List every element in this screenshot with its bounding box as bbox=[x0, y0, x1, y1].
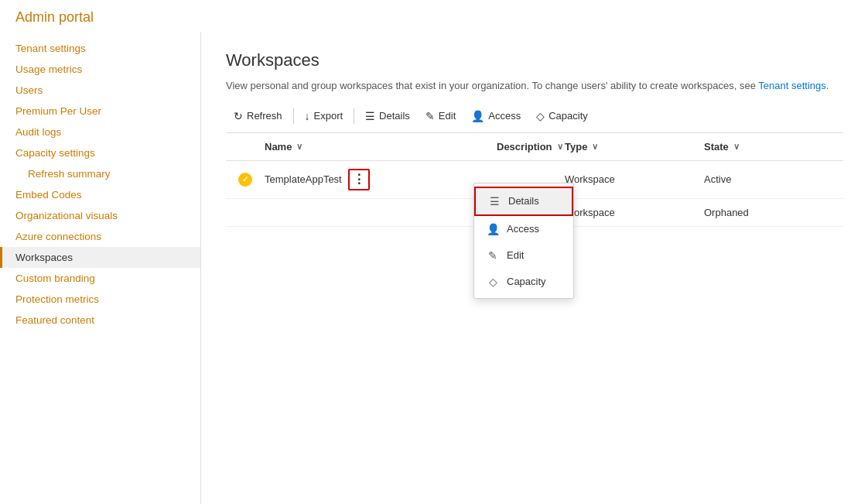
sidebar-item-organizational-visuals[interactable]: Organizational visuals bbox=[0, 205, 200, 226]
edit-menu-icon: ✎ bbox=[487, 249, 499, 262]
sidebar-item-audit-logs[interactable]: Audit logs bbox=[0, 122, 200, 142]
table-header-description[interactable]: Description ∨ bbox=[497, 141, 565, 153]
app-header: Admin portal bbox=[0, 0, 868, 32]
access-button[interactable]: 👤 Access bbox=[463, 106, 528, 126]
table-row: TemplateAppTest ⋮ Workspace Active ☰ Det… bbox=[226, 161, 843, 199]
page-description: View personal and group workspaces that … bbox=[226, 78, 843, 94]
details-menu-icon: ☰ bbox=[488, 195, 501, 207]
desc-sort-icon: ∨ bbox=[557, 142, 563, 152]
sidebar-item-protection-metrics[interactable]: Protection metrics bbox=[0, 289, 200, 310]
context-menu-item-edit[interactable]: ✎ Edit bbox=[474, 242, 573, 269]
sidebar: Tenant settingsUsage metricsUsersPremium… bbox=[0, 32, 201, 504]
table-header-checkbox-col bbox=[226, 141, 265, 153]
sidebar-item-capacity-settings[interactable]: Capacity settings bbox=[0, 142, 200, 163]
tenant-settings-link[interactable]: Tenant settings bbox=[758, 80, 825, 91]
row-type-2: Workspace bbox=[565, 207, 704, 218]
refresh-icon: ↻ bbox=[234, 110, 243, 122]
sidebar-item-tenant-settings[interactable]: Tenant settings bbox=[0, 38, 200, 59]
sidebar-item-usage-metrics[interactable]: Usage metrics bbox=[0, 59, 200, 80]
table-header-type[interactable]: Type ∨ bbox=[565, 141, 704, 153]
toolbar: ↻ Refresh ↓ Export ☰ Details ✎ Edit 👤 Ac… bbox=[226, 106, 843, 133]
row-type: Workspace bbox=[565, 173, 704, 185]
refresh-button[interactable]: ↻ Refresh bbox=[226, 106, 290, 126]
name-sort-icon: ∨ bbox=[296, 142, 302, 152]
context-menu-item-capacity[interactable]: ◇ Capacity bbox=[474, 269, 573, 295]
sidebar-item-embed-codes[interactable]: Embed Codes bbox=[0, 184, 200, 205]
sidebar-item-refresh-summary[interactable]: Refresh summary bbox=[0, 163, 200, 184]
page-title: Workspaces bbox=[226, 50, 843, 70]
workspace-status-icon bbox=[238, 173, 252, 187]
details-icon: ☰ bbox=[365, 110, 375, 122]
sidebar-item-featured-content[interactable]: Featured content bbox=[0, 310, 200, 331]
sidebar-item-custom-branding[interactable]: Custom branding bbox=[0, 268, 200, 289]
capacity-menu-icon: ◇ bbox=[487, 276, 499, 288]
capacity-icon: ◇ bbox=[536, 110, 545, 122]
capacity-button[interactable]: ◇ Capacity bbox=[528, 106, 596, 126]
table-header-state[interactable]: State ∨ bbox=[704, 141, 843, 153]
details-button[interactable]: ☰ Details bbox=[357, 106, 418, 126]
sidebar-item-workspaces[interactable]: Workspaces bbox=[0, 247, 200, 268]
type-sort-icon: ∨ bbox=[592, 142, 598, 152]
access-menu-icon: 👤 bbox=[487, 223, 499, 235]
sidebar-item-azure-connections[interactable]: Azure connections bbox=[0, 226, 200, 247]
row-more-button[interactable]: ⋮ bbox=[348, 169, 370, 190]
app-title: Admin portal bbox=[15, 9, 94, 25]
access-icon: 👤 bbox=[471, 110, 484, 122]
context-menu-item-access[interactable]: 👤 Access bbox=[474, 216, 573, 242]
sidebar-item-users[interactable]: Users bbox=[0, 80, 200, 101]
sidebar-item-premium-per-user[interactable]: Premium Per User bbox=[0, 101, 200, 122]
row-icon-cell bbox=[226, 173, 265, 187]
state-sort-icon: ∨ bbox=[733, 142, 740, 152]
edit-button[interactable]: ✎ Edit bbox=[418, 106, 463, 126]
edit-icon: ✎ bbox=[425, 110, 435, 122]
context-menu-item-details[interactable]: ☰ Details bbox=[474, 187, 573, 216]
table-header-name[interactable]: Name ∨ bbox=[265, 141, 497, 153]
table-header: Name ∨ Description ∨ Type ∨ State ∨ bbox=[226, 133, 843, 161]
row-state-2: Orphaned bbox=[704, 207, 843, 218]
context-menu: ☰ Details 👤 Access ✎ Edit ◇ Capacity bbox=[473, 183, 574, 299]
main-content: Workspaces View personal and group works… bbox=[201, 32, 868, 504]
export-icon: ↓ bbox=[305, 110, 310, 122]
row-state: Active bbox=[704, 173, 843, 185]
export-button[interactable]: ↓ Export bbox=[297, 106, 351, 126]
row-name: TemplateAppTest ⋮ bbox=[265, 169, 497, 190]
